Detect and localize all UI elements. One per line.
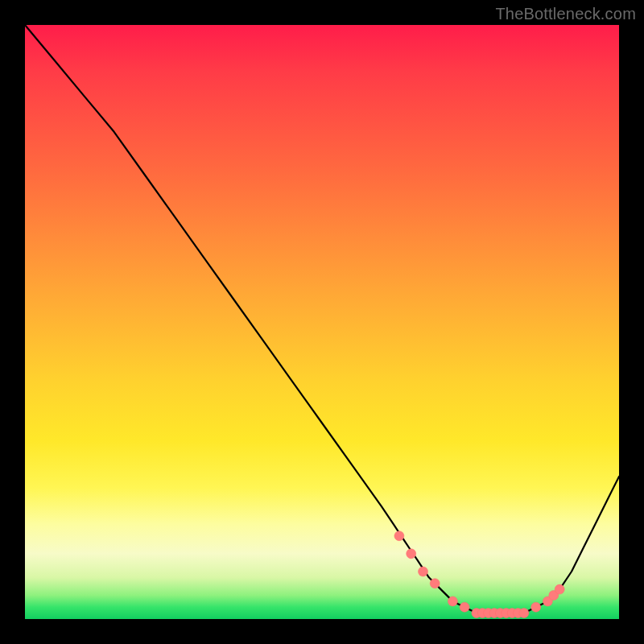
data-marker [519,609,529,618]
chart-svg [25,25,619,619]
bottleneck-curve [25,25,619,613]
data-marker [448,597,457,606]
watermark-text: TheBottleneck.com [495,5,636,23]
plot-area [25,25,619,619]
data-marker [407,549,416,559]
data-marker [419,567,428,576]
chart-frame: TheBottleneck.com [0,0,644,644]
data-marker [555,584,564,594]
data-marker [460,602,469,612]
marker-group [394,531,564,618]
data-marker [394,531,404,541]
data-marker [531,602,541,612]
data-marker [430,579,440,588]
